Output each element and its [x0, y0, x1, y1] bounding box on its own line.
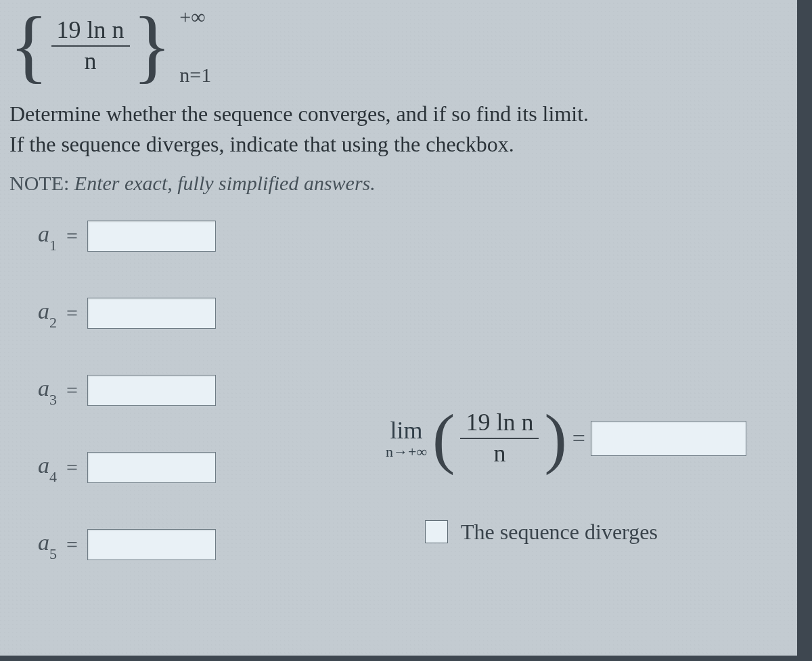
- lim-operator: lim n→+∞: [386, 416, 427, 461]
- right-paren-icon: ): [544, 405, 566, 472]
- lim-approach: n→+∞: [386, 443, 427, 461]
- term-input-a4[interactable]: [87, 452, 216, 483]
- sequence-fraction: 19 ln n n: [51, 17, 130, 74]
- limit-fraction: 19 ln n n: [460, 409, 539, 467]
- sequence-denominator: n: [85, 47, 97, 75]
- instructions-text: Determine whether the sequence converges…: [9, 99, 788, 160]
- term-row-a1: a1 =: [9, 221, 788, 252]
- term-label-a4: a4: [9, 453, 57, 482]
- term-label-a2: a2: [9, 298, 57, 328]
- term-label-a3: a3: [9, 375, 57, 405]
- sequence-upper-bound: +∞: [179, 5, 205, 28]
- note-prefix: NOTE:: [9, 172, 74, 194]
- note-emphasis: Enter exact, fully simplified answers.: [74, 172, 376, 194]
- term-input-a1[interactable]: [87, 221, 216, 252]
- term-list: a1 = a2 = a3 = a4 =: [9, 221, 788, 560]
- sequence-bounds: +∞ n=1: [174, 5, 235, 87]
- note-text: NOTE: Enter exact, fully simplified answ…: [9, 169, 788, 198]
- term-row-a5: a5 =: [9, 529, 788, 560]
- sequence-numerator: 19 ln n: [51, 17, 130, 47]
- diverges-checkbox[interactable]: [425, 520, 448, 543]
- instructions-line-1: Determine whether the sequence converges…: [9, 101, 589, 126]
- term-input-a3[interactable]: [87, 375, 216, 406]
- term-row-a2: a2 =: [9, 298, 788, 329]
- term-row-a3: a3 =: [9, 375, 788, 406]
- lim-text: lim: [390, 416, 423, 445]
- limit-expression: lim n→+∞ ( 19 ln n n ) =: [386, 405, 746, 472]
- right-brace-icon: }: [133, 5, 172, 87]
- term-label-a1: a1: [9, 221, 57, 251]
- term-input-a2[interactable]: [87, 298, 216, 329]
- term-label-a5: a5: [9, 530, 57, 560]
- term-input-a5[interactable]: [87, 529, 216, 560]
- diverges-row: The sequence diverges: [422, 518, 658, 545]
- equals-sign: =: [66, 379, 78, 402]
- limit-denominator: n: [493, 439, 505, 468]
- equals-sign: =: [66, 225, 78, 248]
- equals-sign: =: [66, 302, 78, 325]
- equals-sign: =: [66, 533, 78, 556]
- limit-input[interactable]: [591, 421, 746, 456]
- limit-numerator: 19 ln n: [460, 409, 539, 439]
- sequence-definition: { 19 ln n n } +∞ n=1: [9, 5, 788, 87]
- instructions-line-2: If the sequence diverges, indicate that …: [9, 132, 514, 156]
- left-paren-icon: (: [432, 405, 455, 472]
- equals-sign: =: [66, 456, 78, 479]
- sequence-lower-bound: n=1: [179, 64, 211, 87]
- left-brace-icon: {: [9, 5, 49, 87]
- equals-sign: =: [572, 426, 585, 451]
- diverges-label: The sequence diverges: [461, 520, 658, 545]
